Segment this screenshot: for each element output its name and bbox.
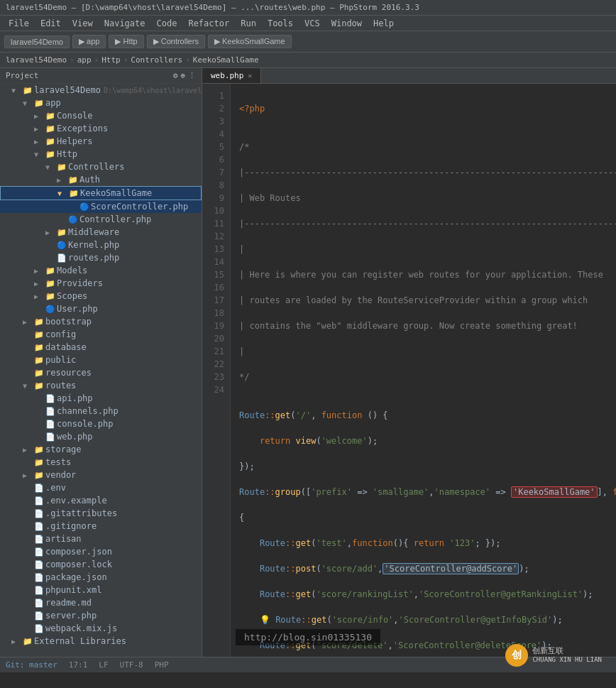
breadcrumb-item-project[interactable]: laravel54Demo [6,55,67,65]
tree-item-routes-folder[interactable]: ▼ 📁 routes [0,379,202,392]
tree-item-scopes[interactable]: ▶ 📁 Scopes [0,290,202,302]
toolbar-app-btn[interactable]: ▶ app [72,35,106,48]
code-line-10: | contains the "web" middleware group. N… [239,320,616,332]
toolbar-smallgame-btn[interactable]: ▶ KeekoSmallGame [208,35,292,48]
main-layout: Project ⚙ ⊕ ⋮ ▼ 📁 laravel54Demo D:\wamp6… [0,68,616,657]
tree-item-readme[interactable]: 📄 readme.md [0,596,202,609]
tree-item-web-php[interactable]: 📄 web.php [0,430,202,443]
tree-item-scorecontroller[interactable]: 🔵 ScoreController.php [0,200,202,213]
tab-web-php-close[interactable]: ✕ [248,72,252,80]
menu-navigate[interactable]: Navigate [99,17,151,30]
folder-icon: 📁 [45,137,57,146]
tree-item-public[interactable]: 📁 public [0,354,202,366]
folder-icon: 📁 [45,279,57,288]
folder-icon: 📁 [45,124,57,133]
tree-item-providers[interactable]: ▶ 📁 Providers [0,277,202,290]
tree-item-helpers[interactable]: ▶ 📁 Helpers [0,135,202,148]
folder-icon: 📁 [34,99,45,108]
tree-item-exceptions[interactable]: ▶ 📁 Exceptions [0,122,202,135]
sidebar-header: Project ⚙ ⊕ ⋮ [0,68,202,84]
breadcrumb-item-controllers[interactable]: Controllers [131,55,182,65]
folder-icon: 📁 [34,381,45,391]
breadcrumb-item-keeko[interactable]: KeekoSmallGame [193,55,259,65]
tree-item-http[interactable]: ▼ 📁 Http [0,148,202,160]
menu-view[interactable]: View [67,17,99,30]
tree-item-env-example[interactable]: 📄 .env.example [0,494,202,507]
tree-item-bootstrap[interactable]: ▶ 📁 bootstrap [0,315,202,328]
tree-item-external-libs[interactable]: ▶ 📁 External Libraries [0,635,202,648]
tree-item-env[interactable]: 📄 .env [0,481,202,494]
tree-item-channels[interactable]: 📄 channels.php [0,405,202,417]
right-panel: web.php ✕ 1 2 3 4 5 6 7 8 9 10 11 [202,68,616,657]
tree-item-api[interactable]: 📄 api.php [0,392,202,405]
toolbar-http-btn[interactable]: ▶ Http [109,35,143,48]
tree-item-gitignore[interactable]: 📄 .gitignore [0,520,202,533]
folder-icon: 📁 [68,175,79,185]
tree-item-gitattributes[interactable]: 📄 .gitattributes [0,507,202,520]
code-line-6: |---------------------------------------… [239,217,616,230]
tree-item-models[interactable]: ▶ 📁 Models [0,264,202,277]
tab-web-php[interactable]: web.php ✕ [202,68,261,83]
folder-icon: 📁 [45,292,57,301]
tree-item-kernel[interactable]: 🔵 Kernel.php [0,239,202,251]
menu-run[interactable]: Run [235,17,262,30]
tree-item-phpunit[interactable]: 📄 phpunit.xml [0,584,202,596]
menu-vcs[interactable]: VCS [299,17,326,30]
sidebar-gear-icon[interactable]: ⋮ [188,71,196,80]
tree-item-tests[interactable]: 📁 tests [0,456,202,469]
tree-item-controllers[interactable]: ▼ 📁 Controllers [0,160,202,173]
tree-item-database[interactable]: 📁 database [0,341,202,354]
tree-item-config[interactable]: 📁 config [0,328,202,341]
file-icon: 📄 [57,253,68,263]
code-line-14: Route::get('/', function () { [239,409,616,422]
breadcrumb: laravel54Demo › app › Http › Controllers… [0,53,616,68]
tree-item-package-json[interactable]: 📄 package.json [0,571,202,584]
menu-window[interactable]: Window [326,17,368,30]
breadcrumb-item-http[interactable]: Http [101,55,121,65]
tree-item-console[interactable]: ▶ 📁 Console [0,109,202,122]
code-line-16: }); [239,460,616,473]
tree-item-resources[interactable]: 📁 resources [0,366,202,379]
menu-refactor[interactable]: Refactor [182,17,235,30]
breadcrumb-item-app[interactable]: app [77,55,92,65]
tree-item-routes-php[interactable]: 📄 routes.php [0,251,202,264]
tree-item-app[interactable]: ▼ 📁 app [0,97,202,109]
tree-item-middleware[interactable]: ▶ 📁 Middleware [0,226,202,239]
code-line-20: Route::post('score/add','ScoreController… [239,562,616,575]
menu-edit[interactable]: Edit [35,17,67,30]
tree-item-vendor[interactable]: ▶ 📁 vendor [0,469,202,481]
code-line-11: | [239,345,616,358]
tree-item-laravel54demo[interactable]: ▼ 📁 laravel54Demo D:\wamp64\vhost\larave… [0,84,202,97]
menu-bar: File Edit View Navigate Code Refactor Ru… [0,16,616,31]
sidebar-settings-icon[interactable]: ⚙ [173,71,178,80]
tree-item-user[interactable]: 🔵 User.php [0,302,202,315]
code-line-3: /* [239,141,616,153]
tree-item-storage[interactable]: ▶ 📁 storage [0,443,202,456]
toolbar-project-btn[interactable]: laravel54Demo [4,36,70,48]
code-content[interactable]: <?php /* |------------------------------… [231,84,616,657]
tree-item-controller[interactable]: 🔵 Controller.php [0,213,202,226]
folder-icon: 📁 [34,458,45,467]
sidebar-expand-icon[interactable]: ⊕ [180,71,185,80]
tree-item-auth[interactable]: ▶ 📁 Auth [0,173,202,186]
tree-item-composer-json[interactable]: 📄 composer.json [0,545,202,558]
code-line-19: Route::get('test',function(){ return '12… [239,537,616,550]
tab-bar: web.php ✕ [202,68,616,84]
editor-area[interactable]: 1 2 3 4 5 6 7 8 9 10 11 12 13 14 15 16 1 [202,84,616,657]
menu-code[interactable]: Code [151,17,183,30]
tree-item-webpack[interactable]: 📄 webpack.mix.js [0,622,202,635]
folder-icon: 📁 [34,356,45,365]
folder-icon: 📁 [45,150,57,159]
tree-item-composer-lock[interactable]: 📄 composer.lock [0,558,202,571]
toolbar-controllers-btn[interactable]: ▶ Controllers [147,35,205,48]
tree-item-keekosm[interactable]: ▼ 📁 KeekoSmallGame [0,186,202,200]
tree-item-console-php[interactable]: 📄 console.php [0,417,202,430]
tree-item-artisan[interactable]: 📄 artisan [0,533,202,545]
folder-icon: 📁 [23,86,34,95]
tree-item-server[interactable]: 📄 server.php [0,609,202,622]
menu-help[interactable]: Help [368,17,400,30]
folder-icon: 📁 [45,111,57,121]
file-icon: 📄 [34,509,45,518]
menu-tools[interactable]: Tools [262,17,299,30]
menu-file[interactable]: File [3,17,35,30]
